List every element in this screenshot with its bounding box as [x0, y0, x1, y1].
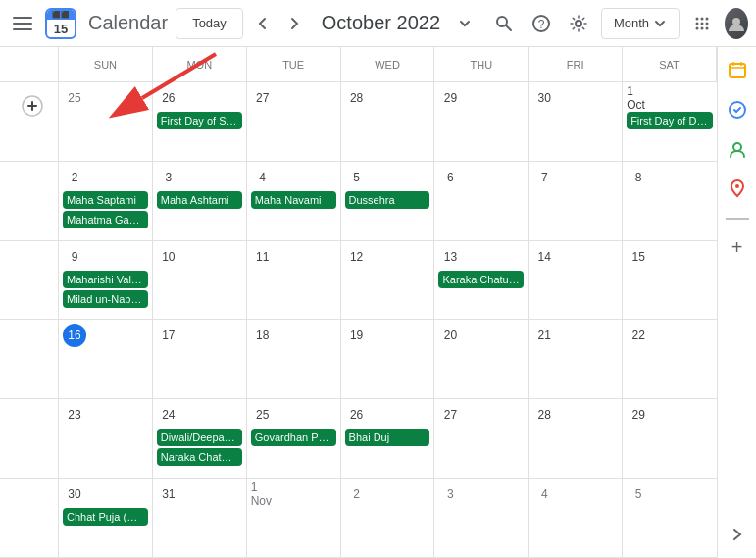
day-number-w0-d4[interactable]: 29 — [438, 86, 462, 110]
mini-calendar-icon-btn[interactable] — [722, 55, 753, 86]
day-number-w3-d0[interactable]: 16 — [63, 324, 86, 347]
day-number-w3-d4[interactable]: 20 — [438, 324, 462, 347]
day-cell-w2-d0[interactable]: 9Maharishi Valmiki JiMilad un-Nabi/Id-e-… — [59, 241, 153, 320]
day-cell-w2-d6[interactable]: 15 — [623, 241, 717, 320]
day-number-w5-d6[interactable]: 5 — [627, 482, 650, 506]
day-cell-w2-d3[interactable]: 12 — [341, 241, 435, 320]
day-number-w3-d1[interactable]: 17 — [157, 324, 180, 347]
day-cell-w3-d3[interactable]: 19 — [341, 320, 435, 398]
event-w0-d6-e0[interactable]: First Day of Durga Pu — [627, 112, 713, 129]
expand-sidebar-button[interactable] — [722, 519, 753, 550]
day-cell-w5-d1[interactable]: 31 — [153, 479, 247, 557]
day-cell-w1-d3[interactable]: 5Dussehra — [341, 162, 435, 240]
avatar[interactable] — [725, 8, 748, 39]
event-w2-d0-e0[interactable]: Maharishi Valmiki Ji — [63, 271, 148, 288]
event-w1-d2-e0[interactable]: Maha Navami — [251, 191, 336, 209]
event-w2-d0-e1[interactable]: Milad un-Nabi/Id-e-M — [63, 290, 148, 308]
help-button[interactable]: ? — [527, 4, 556, 43]
month-dropdown-button[interactable] — [456, 12, 474, 35]
day-cell-w5-d5[interactable]: 4 — [529, 479, 623, 557]
day-number-w5-d0[interactable]: 30 — [63, 482, 86, 506]
day-number-w4-d5[interactable]: 28 — [532, 403, 556, 427]
create-event-fab[interactable] — [15, 88, 50, 124]
event-w1-d1-e0[interactable]: Maha Ashtami — [157, 191, 242, 209]
day-cell-w2-d1[interactable]: 10 — [153, 241, 247, 320]
day-number-w1-d3[interactable]: 5 — [345, 166, 369, 189]
day-cell-w3-d6[interactable]: 22 — [623, 320, 717, 398]
day-cell-w0-d5[interactable]: 30 — [529, 82, 623, 161]
day-cell-w0-d6[interactable]: 1 OctFirst Day of Durga Pu — [623, 82, 717, 161]
day-number-w3-d2[interactable]: 18 — [251, 324, 275, 347]
day-cell-w1-d4[interactable]: 6 — [434, 162, 529, 240]
event-w1-d0-e1[interactable]: Mahatma Gandhi Ja — [63, 211, 148, 228]
day-number-w4-d0[interactable]: 23 — [63, 403, 86, 427]
day-number-w4-d4[interactable]: 27 — [438, 403, 462, 427]
day-number-w1-d5[interactable]: 7 — [532, 166, 556, 189]
search-button[interactable] — [489, 4, 519, 43]
day-number-w1-d6[interactable]: 8 — [627, 166, 650, 189]
day-number-w4-d2[interactable]: 25 — [251, 403, 275, 427]
day-cell-w2-d5[interactable]: 14 — [529, 241, 623, 320]
day-cell-w4-d5[interactable]: 28 — [529, 399, 623, 478]
day-cell-w2-d4[interactable]: 13Karaka Chaturthi (Ka — [434, 241, 529, 320]
day-number-w5-d1[interactable]: 31 — [157, 482, 180, 506]
day-number-w2-d5[interactable]: 14 — [532, 245, 556, 269]
event-w2-d4-e0[interactable]: Karaka Chaturthi (Ka — [438, 271, 524, 288]
day-number-w3-d3[interactable]: 19 — [345, 324, 369, 347]
day-cell-w0-d2[interactable]: 27 — [247, 82, 341, 161]
day-cell-w5-d3[interactable]: 2 — [341, 479, 435, 557]
day-cell-w3-d5[interactable]: 21 — [529, 320, 623, 398]
day-number-w4-d6[interactable]: 29 — [627, 403, 650, 427]
settings-button[interactable] — [564, 4, 593, 43]
day-cell-w4-d6[interactable]: 29 — [623, 399, 717, 478]
day-number-w1-d2[interactable]: 4 — [251, 166, 275, 189]
day-cell-w2-d2[interactable]: 11 — [247, 241, 341, 320]
day-number-w5-d3[interactable]: 2 — [345, 482, 369, 506]
day-cell-w4-d4[interactable]: 27 — [434, 399, 529, 478]
day-number-w2-d2[interactable]: 11 — [251, 245, 275, 269]
day-number-w5-d5[interactable]: 4 — [532, 482, 556, 506]
add-more-button[interactable]: + — [722, 231, 753, 263]
day-cell-w3-d4[interactable]: 20 — [434, 320, 529, 398]
day-number-w0-d2[interactable]: 27 — [251, 86, 275, 110]
prev-month-button[interactable] — [251, 8, 275, 39]
day-number-w1-d4[interactable]: 6 — [438, 166, 462, 189]
day-number-w0-d1[interactable]: 26 — [157, 86, 180, 110]
day-number-w1-d1[interactable]: 3 — [157, 166, 180, 189]
day-cell-w4-d2[interactable]: 25Govardhan Puja — [247, 399, 341, 478]
day-number-w1-d0[interactable]: 2 — [63, 166, 86, 189]
day-number-w3-d5[interactable]: 21 — [532, 324, 556, 347]
day-cell-w0-d3[interactable]: 28 — [341, 82, 435, 161]
day-number-w2-d1[interactable]: 10 — [157, 245, 180, 269]
day-number-w2-d4[interactable]: 13 — [438, 245, 462, 269]
day-cell-w1-d1[interactable]: 3Maha Ashtami — [153, 162, 247, 240]
event-w4-d1-e0[interactable]: Diwali/Deepavali — [157, 429, 242, 446]
day-cell-w4-d1[interactable]: 24Diwali/DeepavaliNaraka Chaturdasi — [153, 399, 247, 478]
day-number-w2-d0[interactable]: 9 — [63, 245, 86, 269]
view-selector[interactable]: Month — [601, 8, 680, 39]
day-number-w4-d1[interactable]: 24 — [157, 403, 180, 427]
event-w1-d0-e0[interactable]: Maha Saptami — [63, 191, 148, 209]
day-number-w2-d6[interactable]: 15 — [627, 245, 650, 269]
day-cell-w1-d2[interactable]: 4Maha Navami — [247, 162, 341, 240]
day-number-w5-d2[interactable]: 1 Nov — [251, 482, 275, 506]
tasks-icon-btn[interactable] — [722, 94, 753, 126]
day-cell-w1-d0[interactable]: 2Maha SaptamiMahatma Gandhi Ja — [59, 162, 153, 240]
day-cell-w0-d4[interactable]: 29 — [434, 82, 529, 161]
day-number-w5-d4[interactable]: 3 — [438, 482, 462, 506]
day-cell-w0-d0[interactable]: 25 — [59, 82, 153, 161]
day-cell-w1-d5[interactable]: 7 — [529, 162, 623, 240]
menu-button[interactable] — [8, 4, 37, 43]
day-cell-w3-d2[interactable]: 18 — [247, 320, 341, 398]
day-cell-w1-d6[interactable]: 8 — [623, 162, 717, 240]
day-number-w0-d3[interactable]: 28 — [345, 86, 369, 110]
day-cell-w5-d6[interactable]: 5 — [623, 479, 717, 557]
day-cell-w4-d3[interactable]: 26Bhai Duj — [341, 399, 435, 478]
event-w1-d3-e0[interactable]: Dussehra — [345, 191, 430, 209]
day-cell-w5-d4[interactable]: 3 — [434, 479, 529, 557]
day-cell-w3-d1[interactable]: 17 — [153, 320, 247, 398]
next-month-button[interactable] — [282, 8, 306, 39]
day-number-w0-d0[interactable]: 25 — [63, 86, 86, 110]
day-cell-w5-d2[interactable]: 1 Nov — [247, 479, 341, 557]
day-number-w3-d6[interactable]: 22 — [627, 324, 650, 347]
